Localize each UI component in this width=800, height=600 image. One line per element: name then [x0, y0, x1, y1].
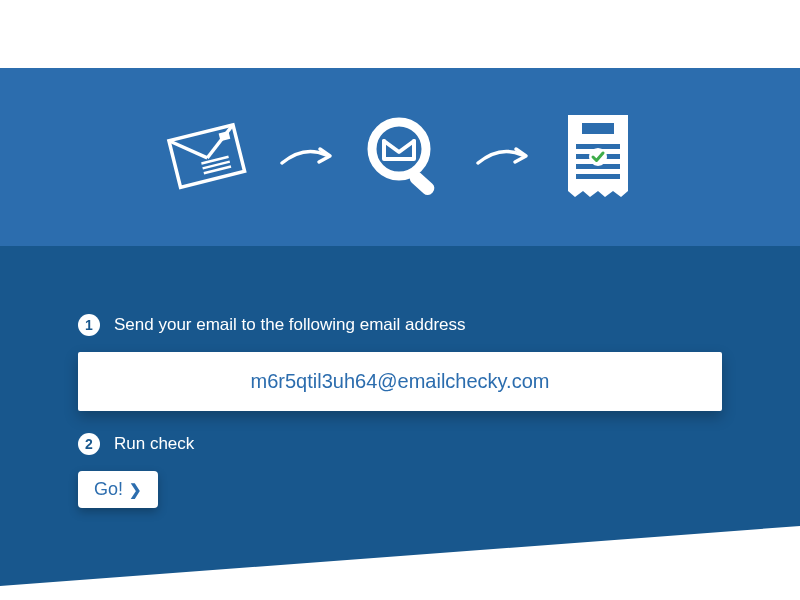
- step-badge-1: 1: [78, 314, 100, 336]
- steps-panel: 1 Send your email to the following email…: [0, 246, 800, 600]
- svg-rect-3: [219, 131, 231, 141]
- go-button-label: Go!: [94, 479, 123, 500]
- step-1: 1 Send your email to the following email…: [78, 314, 722, 336]
- email-address-box[interactable]: m6r5qtil3uh64@emailchecky.com: [78, 352, 722, 411]
- chevron-right-icon: ❯: [129, 481, 142, 499]
- search-mail-icon: [362, 114, 448, 200]
- report-icon: [558, 111, 638, 203]
- hero-banner: [0, 68, 800, 246]
- step-2: 2 Run check: [78, 433, 722, 455]
- arrow-icon: [280, 143, 334, 171]
- svg-rect-9: [582, 123, 614, 134]
- envelope-icon: [162, 116, 252, 198]
- step-badge-2: 2: [78, 433, 100, 455]
- step-1-text: Send your email to the following email a…: [114, 315, 466, 335]
- arrow-icon: [476, 143, 530, 171]
- svg-rect-13: [576, 174, 620, 179]
- svg-point-7: [372, 122, 426, 176]
- go-button[interactable]: Go! ❯: [78, 471, 158, 508]
- step-2-text: Run check: [114, 434, 194, 454]
